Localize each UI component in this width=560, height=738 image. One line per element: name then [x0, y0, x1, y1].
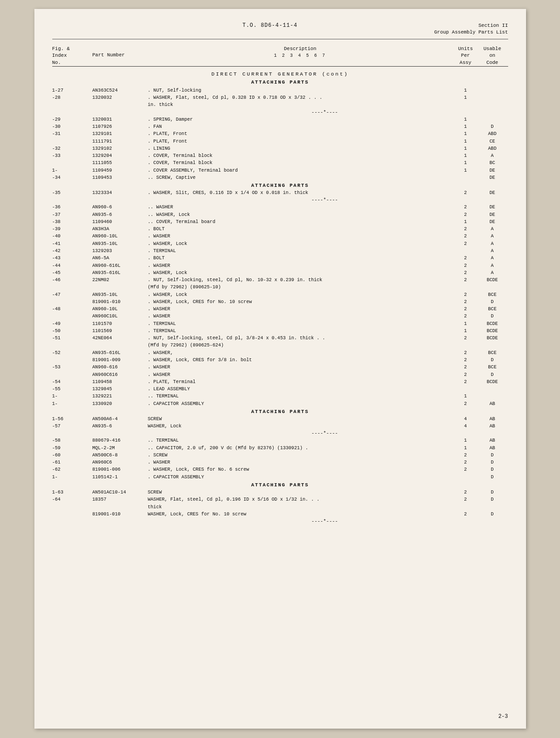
quantity: 2 [455, 225, 477, 232]
quantity: 1 [455, 145, 477, 152]
table-row: -5142NE064 . NUT, Self-locking, steel, C… [52, 334, 508, 342]
description: . BOLT [146, 225, 455, 232]
usable-code: BCDE [477, 327, 508, 334]
usable-code: BCE [477, 305, 508, 312]
parts-table: 1-27AN363C524. NUT, Self-locking1-281320… [52, 87, 508, 524]
table-row: thick [52, 503, 508, 510]
fig-no: -28 [52, 94, 70, 101]
fig-no: 1-63 [52, 489, 70, 496]
fig-no: -33 [52, 152, 70, 159]
fig-no: -50 [52, 327, 70, 334]
col-index-spacer [70, 46, 93, 66]
table-row: AN960C616. WASHER2D [52, 371, 508, 378]
part-number: MQL-2-2M [93, 444, 146, 451]
usable-code: ABD [477, 145, 508, 152]
quantity: 2 [455, 459, 477, 466]
fig-no: -41 [52, 240, 70, 247]
description: .. TERMINAL [146, 392, 455, 400]
usable-code: A [477, 262, 508, 269]
fig-no: -30 [52, 123, 70, 130]
description: . CAPACITOR ASSEMBLY [146, 473, 455, 481]
fig-no: -32 [52, 145, 70, 152]
part-number: 1329204 [93, 152, 146, 159]
quantity: 2 [455, 232, 477, 240]
section-label: Section II [434, 22, 508, 29]
quantity: 2 [455, 203, 477, 211]
quantity: 2 [455, 298, 477, 305]
col-desc-header: Description 1 2 3 4 5 6 7 [146, 46, 455, 66]
description: in. thick [146, 101, 455, 108]
description: . SCREW [146, 451, 455, 459]
fig-no: -60 [52, 451, 70, 459]
description: . WASHER, Lock, CRES for No. 6 screw [146, 466, 455, 473]
table-row: -59MQL-2-2M .. CAPACITOR, 2.0 uf, 200 V … [52, 444, 508, 451]
table-row: -291320031. SPRING, Damper1 [52, 116, 508, 123]
usable-code: D [477, 371, 508, 378]
quantity: 2 [455, 211, 477, 218]
table-row: -301107926. FAN1D [52, 123, 508, 130]
table-row: -501101569. TERMINAL1BCDE [52, 327, 508, 334]
description: WASHER, Lock, CRES for No. 10 screw [146, 510, 455, 518]
usable-code: D [477, 459, 508, 466]
separator: ----*---- [52, 110, 508, 115]
part-number: AN935-10L [93, 291, 146, 298]
fig-no: -34 [52, 174, 70, 181]
description: . WASHER [146, 312, 455, 320]
quantity: 2 [455, 496, 477, 503]
fig-no: -64 [52, 496, 70, 503]
usable-code: BCE [477, 363, 508, 371]
part-number: 1329101 [93, 130, 146, 137]
description: . SPRING, Damper [146, 116, 455, 123]
description: SCREW [146, 415, 455, 422]
description: (Mfd by 72962) (890625-624) [146, 342, 455, 349]
part-number: 42NE064 [93, 334, 146, 342]
part-number: AN6-5A [93, 254, 146, 261]
table-row: -53AN960-616. WASHER2BCE [52, 363, 508, 371]
table-row: -331329204. COVER, Terminal block1A [52, 152, 508, 159]
section-sub: Group Assembly Parts List [434, 29, 508, 36]
fig-no: -55 [52, 385, 70, 392]
description: . WASHER, [146, 349, 455, 356]
quantity: 4 [455, 415, 477, 422]
description: . WASHER, Slit, CRES, 0.116 ID x 1/4 OD … [146, 189, 455, 196]
usable-code: D [477, 489, 508, 496]
fig-no: -48 [52, 305, 70, 312]
usable-code: DE [477, 218, 508, 225]
table-row: 1-27AN363C524. NUT, Self-locking1 [52, 87, 508, 94]
part-number: 819001-010 [93, 298, 146, 305]
usable-code: ABD [477, 130, 508, 137]
usable-code: D [477, 298, 508, 305]
description: . NUT, Self-locking, steel, Cd pl, 3/8-2… [146, 334, 455, 342]
table-row: -62819001-006 . WASHER, Lock, CRES for N… [52, 466, 508, 473]
fig-no: -46 [52, 276, 70, 283]
usable-code: D [477, 473, 508, 481]
description: . PLATE, Terminal [146, 378, 455, 385]
usable-code: D [477, 510, 508, 518]
fig-no: -35 [52, 189, 70, 196]
part-number: AN960-10L [93, 232, 146, 240]
quantity: 2 [455, 489, 477, 496]
part-number: 819001-006 [93, 466, 146, 473]
table-row: -52AN935-616L . WASHER,2BCE [52, 349, 508, 356]
quantity: 1 [455, 320, 477, 327]
part-number: 880679-416 [93, 437, 146, 444]
quantity: 1 [455, 444, 477, 451]
fig-no: -53 [52, 363, 70, 371]
part-number: 22NM02 [93, 276, 146, 283]
fig-no: -38 [52, 218, 70, 225]
usable-code: BC [477, 159, 508, 166]
part-number: 1329221 [93, 392, 146, 400]
quantity: 2 [455, 451, 477, 459]
usable-code: DE [477, 167, 508, 174]
fig-no: 1- [52, 167, 70, 174]
quantity: 2 [455, 269, 477, 276]
attaching-parts-title: ATTACHING PARTS [52, 80, 508, 85]
table-row: 819001-009 . WASHER, Lock, CRES for 3/8 … [52, 356, 508, 363]
table-row: -45AN935-616L. WASHER, Lock2A [52, 269, 508, 276]
description: . NUT, Self-locking, steel, Cd pl, No. 1… [146, 276, 455, 283]
quantity: 2 [455, 510, 477, 518]
description: .. WASHER [146, 203, 455, 211]
table-row: -40AN960-10L. WASHER2A [52, 232, 508, 240]
usable-code: D [477, 123, 508, 130]
fig-no: -47 [52, 291, 70, 298]
